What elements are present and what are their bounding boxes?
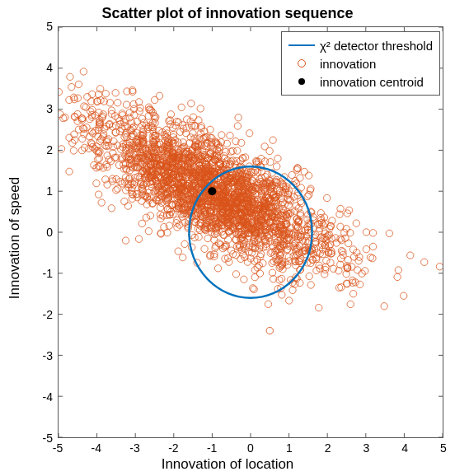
svg-point-693 [265, 301, 271, 307]
svg-point-2220 [115, 100, 121, 106]
svg-point-949 [188, 100, 195, 106]
svg-point-914 [70, 147, 77, 154]
svg-point-2470 [157, 204, 163, 211]
svg-point-726 [112, 90, 119, 96]
svg-point-2536 [298, 60, 305, 68]
svg-point-1703 [234, 123, 241, 129]
svg-point-1057 [278, 275, 284, 282]
legend-entry-innovation: innovation [288, 54, 433, 72]
svg-point-2315 [121, 198, 128, 204]
x-tick-label: -5 [53, 441, 63, 455]
svg-point-416 [394, 273, 401, 280]
y-tick-label: 2 [28, 143, 53, 156]
svg-point-1191 [117, 178, 124, 184]
svg-point-1188 [321, 271, 328, 278]
y-axis-label-wrap: Innovation of speed [7, 0, 23, 476]
svg-point-2198 [274, 155, 281, 161]
svg-point-1896 [115, 185, 121, 192]
svg-point-1040 [74, 110, 81, 117]
y-axis-label: Innovation of speed [7, 177, 23, 299]
svg-point-371 [79, 135, 86, 142]
svg-point-131 [359, 270, 365, 277]
svg-point-2491 [227, 132, 233, 138]
svg-point-1097 [80, 68, 87, 75]
svg-point-1273 [72, 114, 78, 120]
svg-point-481 [306, 273, 312, 279]
x-tick-label: 0 [247, 441, 254, 455]
x-tick-label: -4 [91, 441, 101, 455]
y-tick-label: 3 [28, 102, 53, 115]
svg-point-1929 [261, 143, 268, 150]
svg-point-2190 [124, 203, 131, 209]
svg-point-1958 [332, 235, 339, 241]
y-tick-label: 0 [28, 226, 53, 239]
svg-point-1916 [349, 290, 356, 296]
svg-point-683 [123, 101, 129, 108]
y-tick-label: -5 [28, 432, 53, 445]
svg-point-2175 [369, 255, 376, 262]
svg-point-973 [353, 220, 359, 226]
svg-point-1303 [235, 114, 242, 121]
svg-point-1095 [251, 258, 258, 264]
svg-point-969 [157, 211, 163, 217]
svg-point-1844 [306, 191, 312, 198]
svg-point-2332 [135, 236, 142, 242]
svg-point-859 [436, 264, 443, 270]
svg-point-486 [67, 73, 73, 80]
legend: χ² detector threshold innovation innovat… [281, 31, 440, 96]
x-tick-label: 4 [401, 441, 408, 455]
svg-point-1352 [369, 243, 376, 250]
y-tick-label: 4 [28, 61, 53, 74]
svg-point-2126 [151, 96, 157, 103]
svg-point-2194 [349, 264, 355, 270]
svg-point-2095 [66, 134, 73, 141]
svg-point-1219 [108, 205, 115, 212]
svg-point-1015 [147, 212, 153, 219]
y-tick-label: -1 [28, 267, 53, 280]
svg-point-1271 [214, 265, 221, 272]
svg-point-1021 [138, 220, 145, 226]
svg-point-1660 [218, 132, 225, 138]
svg-point-2005 [156, 92, 162, 99]
svg-point-2513 [279, 199, 286, 206]
svg-point-789 [305, 172, 312, 179]
chart-title: Scatter plot of innovation sequence [0, 5, 455, 22]
legend-entry-threshold: χ² detector threshold [288, 36, 433, 54]
svg-point-2004 [59, 146, 65, 152]
svg-point-2252 [270, 137, 276, 143]
svg-point-2450 [95, 191, 101, 198]
svg-point-1316 [201, 245, 208, 252]
svg-point-2227 [126, 109, 133, 115]
svg-point-2322 [395, 267, 401, 273]
svg-point-1177 [347, 301, 354, 307]
y-tick-label: -2 [28, 308, 53, 321]
svg-point-1532 [175, 248, 181, 254]
svg-point-977 [164, 229, 171, 236]
svg-point-564 [59, 110, 63, 117]
svg-point-2410 [269, 269, 275, 276]
svg-point-688 [386, 230, 392, 236]
svg-point-2290 [113, 187, 120, 194]
svg-point-134 [93, 180, 100, 186]
legend-label-innovation: innovation [320, 57, 376, 71]
svg-point-1669 [286, 297, 293, 304]
svg-point-901 [246, 130, 253, 137]
legend-label-centroid: innovation centroid [320, 75, 424, 89]
svg-point-2306 [363, 229, 369, 236]
svg-point-1992 [181, 240, 188, 247]
y-tick-label: 5 [28, 20, 53, 33]
svg-point-2088 [180, 254, 186, 260]
svg-point-1478 [122, 237, 129, 244]
svg-point-2521 [343, 226, 349, 232]
svg-point-1120 [145, 228, 152, 235]
x-tick-label: 1 [286, 441, 293, 455]
svg-point-2112 [369, 230, 376, 236]
svg-point-1925 [345, 240, 351, 246]
svg-point-1282 [98, 199, 105, 206]
scatter-points [59, 68, 443, 334]
svg-point-2537 [298, 78, 305, 85]
svg-point-1440 [407, 252, 414, 259]
y-tick-label: -3 [28, 349, 53, 362]
svg-point-1931 [138, 198, 145, 204]
svg-point-2283 [316, 304, 322, 310]
